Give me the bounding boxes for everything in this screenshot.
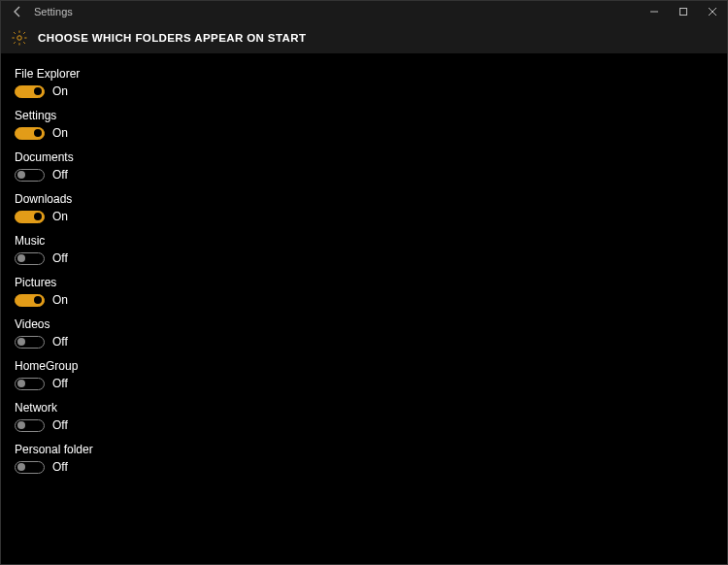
toggle-state-label: Off <box>52 418 68 432</box>
toggle-row: Off <box>15 418 713 432</box>
toggle-row: On <box>15 84 713 98</box>
svg-rect-1 <box>680 9 687 16</box>
toggle-knob-icon <box>34 296 42 304</box>
close-icon <box>708 7 717 17</box>
page-header: CHOOSE WHICH FOLDERS APPEAR ON START <box>1 22 727 53</box>
toggle-state-label: On <box>52 293 68 307</box>
toggle-row: Off <box>15 251 713 265</box>
toggle-knob-icon <box>17 338 25 346</box>
page-title: CHOOSE WHICH FOLDERS APPEAR ON START <box>38 32 306 44</box>
setting-item: SettingsOn <box>15 109 713 140</box>
toggle-state-label: On <box>52 210 68 223</box>
setting-label: Documents <box>15 150 713 164</box>
toggle-switch[interactable] <box>15 211 45 223</box>
toggle-state-label: Off <box>52 251 68 265</box>
gear-icon <box>11 29 28 47</box>
toggle-row: Off <box>15 377 713 390</box>
setting-label: Network <box>15 401 713 415</box>
toggle-switch[interactable] <box>15 127 45 140</box>
toggle-switch[interactable] <box>15 252 45 265</box>
setting-label: Downloads <box>15 192 713 206</box>
setting-label: Personal folder <box>15 443 713 456</box>
toggle-row: Off <box>15 168 713 182</box>
setting-item: File ExplorerOn <box>15 67 713 98</box>
close-button[interactable] <box>698 1 727 22</box>
app-title: Settings <box>34 6 73 17</box>
toggle-knob-icon <box>17 380 25 387</box>
setting-label: Pictures <box>15 276 713 289</box>
toggle-knob-icon <box>17 171 25 179</box>
setting-item: HomeGroupOff <box>15 359 713 390</box>
toggle-state-label: Off <box>52 460 68 474</box>
setting-item: DownloadsOn <box>15 192 713 223</box>
arrow-left-icon <box>11 5 24 18</box>
setting-label: File Explorer <box>15 67 713 81</box>
setting-label: HomeGroup <box>15 359 713 373</box>
toggle-switch[interactable] <box>15 294 45 307</box>
maximize-button[interactable] <box>669 1 698 22</box>
settings-list: File ExplorerOnSettingsOnDocumentsOffDow… <box>1 53 727 498</box>
toggle-knob-icon <box>17 421 25 429</box>
toggle-knob-icon <box>34 87 42 95</box>
title-bar: Settings <box>1 1 727 22</box>
toggle-knob-icon <box>34 129 42 137</box>
toggle-state-label: Off <box>52 168 68 182</box>
toggle-state-label: Off <box>52 335 68 349</box>
toggle-row: Off <box>15 335 713 349</box>
toggle-knob-icon <box>17 463 25 471</box>
setting-item: Personal folderOff <box>15 443 713 474</box>
toggle-knob-icon <box>34 213 42 220</box>
setting-item: MusicOff <box>15 234 713 265</box>
toggle-switch[interactable] <box>15 336 45 349</box>
setting-label: Settings <box>15 109 713 122</box>
setting-item: DocumentsOff <box>15 150 713 182</box>
toggle-row: Off <box>15 460 713 474</box>
toggle-switch[interactable] <box>15 169 45 182</box>
setting-item: PicturesOn <box>15 276 713 307</box>
maximize-icon <box>678 7 688 17</box>
toggle-switch[interactable] <box>15 378 45 390</box>
setting-item: NetworkOff <box>15 401 713 432</box>
setting-label: Music <box>15 234 713 248</box>
setting-label: Videos <box>15 317 713 331</box>
toggle-state-label: On <box>52 84 68 98</box>
toggle-row: On <box>15 293 713 307</box>
toggle-row: On <box>15 126 713 140</box>
minimize-button[interactable] <box>640 1 669 22</box>
toggle-switch[interactable] <box>15 85 45 98</box>
back-button[interactable] <box>11 5 28 18</box>
toggle-state-label: On <box>52 126 68 140</box>
setting-item: VideosOff <box>15 317 713 349</box>
minimize-icon <box>649 7 659 17</box>
toggle-knob-icon <box>17 254 25 262</box>
svg-point-2 <box>17 36 22 41</box>
toggle-row: On <box>15 210 713 223</box>
toggle-switch[interactable] <box>15 419 45 432</box>
toggle-switch[interactable] <box>15 461 45 474</box>
toggle-state-label: Off <box>52 377 68 390</box>
